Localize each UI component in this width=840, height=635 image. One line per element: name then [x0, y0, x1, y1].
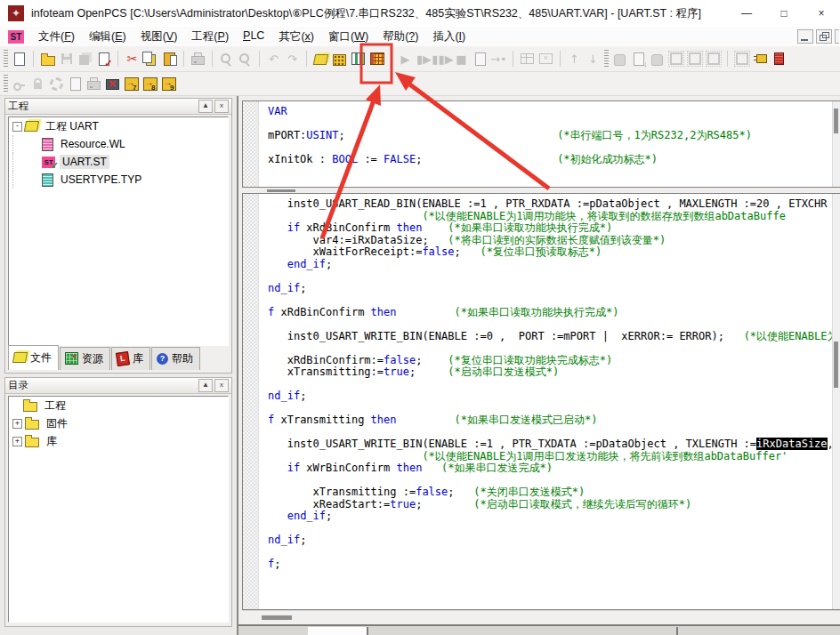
paste-button[interactable]: [160, 48, 179, 69]
menu-item[interactable]: 文件(F): [31, 28, 82, 46]
panel-collapse-button[interactable]: ▲: [198, 100, 213, 113]
menu-item[interactable]: 帮助(?): [376, 28, 425, 46]
transfer-9-button[interactable]: 9: [159, 73, 178, 94]
tree-item--uart[interactable]: -工程 UART: [9, 117, 228, 135]
scroll-thumb[interactable]: [834, 109, 838, 133]
transfer-7-button[interactable]: 7: [122, 73, 141, 94]
print-2-button[interactable]: [85, 73, 103, 94]
minimize-button[interactable]: —: [728, 0, 765, 27]
top-vertical-scrollbar[interactable]: [832, 101, 840, 187]
save-check-button[interactable]: [94, 48, 113, 69]
cut-button[interactable]: ✂: [123, 48, 141, 69]
mdi-restore-button[interactable]: [816, 29, 832, 44]
connect-key-button[interactable]: [10, 73, 28, 94]
print-button[interactable]: [189, 48, 207, 69]
panel-tab-文件[interactable]: 文件: [8, 345, 59, 370]
chip-config-button[interactable]: [732, 48, 751, 69]
panel-close-button[interactable]: x: [214, 379, 229, 392]
tree-item-usertype.typ[interactable]: USERTYPE.TYP: [9, 171, 228, 189]
tree-item-resource.wl[interactable]: Resource.WL: [9, 135, 228, 153]
menu-item[interactable]: 插入(I): [425, 28, 472, 46]
panel-tab-库[interactable]: L库: [111, 347, 150, 370]
new-file-button[interactable]: [10, 48, 28, 69]
save-all-button[interactable]: [76, 48, 94, 69]
close-button[interactable]: ×: [803, 0, 840, 27]
menu-item[interactable]: 编辑(E): [82, 28, 133, 46]
variable-code-area[interactable]: VARmPORT:USINT; (*串行端口号，1为RS232,2为RS485*…: [259, 101, 833, 187]
library-stack-button[interactable]: [311, 48, 330, 69]
go-button[interactable]: ▶: [396, 48, 415, 69]
doc-view-button[interactable]: [66, 73, 85, 94]
menu-item[interactable]: 视图(V): [133, 28, 185, 46]
move-up-button[interactable]: ↑: [565, 48, 584, 69]
hand-1-button[interactable]: [610, 48, 629, 69]
undo-button[interactable]: ↶: [264, 48, 283, 69]
variable-table-button[interactable]: [349, 48, 368, 69]
variable-declaration-pane[interactable]: VARmPORT:USINT; (*串行端口号，1为RS232,2为RS485*…: [242, 100, 840, 188]
code-line: [268, 270, 833, 283]
hardware-grid-button[interactable]: [330, 48, 349, 69]
app-icon: ✦: [8, 5, 24, 21]
open-file-button[interactable]: [38, 48, 57, 69]
panel-tab-资源[interactable]: 资源: [60, 347, 110, 370]
mdi-minimize-button[interactable]: [797, 29, 813, 44]
collapse-icon[interactable]: -: [12, 122, 22, 132]
st-code-area[interactable]: inst0_USART_READ_BIN(ENABLE :=1 , PTR_RX…: [259, 194, 833, 609]
code-pane[interactable]: inst0_USART_READ_BIN(ENABLE :=1 , PTR_RX…: [242, 193, 840, 610]
toolbar-grip[interactable]: [4, 75, 8, 92]
step-into-button[interactable]: ▮▶: [415, 48, 433, 69]
splitter-handle[interactable]: [267, 189, 295, 192]
stop-button[interactable]: ■: [452, 48, 471, 69]
window-grid-button[interactable]: [518, 48, 537, 69]
toolbar-separator: [259, 51, 260, 67]
zoom-out-button[interactable]: [236, 48, 254, 69]
scroll-thumb[interactable]: [834, 342, 838, 388]
horizontal-scrollbar[interactable]: [242, 610, 840, 624]
tab-label: 库: [133, 351, 143, 366]
tree-item--[interactable]: +库: [9, 432, 228, 450]
toolbar-grip[interactable]: [604, 50, 609, 68]
menu-item[interactable]: PLC: [236, 28, 271, 46]
window-cross-button[interactable]: ×: [537, 48, 555, 69]
menu-item[interactable]: 工程(P): [184, 28, 236, 46]
copy-button[interactable]: [141, 48, 160, 69]
chip-in-button[interactable]: [666, 48, 685, 69]
plug-button[interactable]: [751, 48, 770, 69]
chip-out-button[interactable]: [685, 48, 704, 69]
tree-item--[interactable]: 工程: [9, 397, 228, 414]
run-to-cursor-button[interactable]: →•: [489, 48, 508, 69]
network-error-button[interactable]: [103, 73, 122, 94]
tree-item-uart.st[interactable]: STUART.ST: [9, 153, 228, 171]
project-panel-title: 工程: [8, 100, 197, 113]
compile-button[interactable]: [368, 48, 386, 69]
scroll-thumb[interactable]: [262, 615, 292, 620]
stack-icon: [12, 352, 28, 363]
tree-item--[interactable]: +固件: [9, 414, 228, 432]
move-down-button[interactable]: ↓: [584, 48, 602, 69]
st-document-icon[interactable]: ST: [8, 30, 24, 44]
step-over-button[interactable]: ▮▮▶: [433, 48, 452, 69]
maximize-button[interactable]: □: [765, 0, 803, 27]
memory-card-button[interactable]: [770, 48, 788, 69]
redo-button[interactable]: ↷: [283, 48, 302, 69]
panel-collapse-button[interactable]: ▲: [198, 379, 213, 392]
save-button[interactable]: [57, 48, 76, 69]
chip-swap-button[interactable]: [704, 48, 723, 69]
mdi-close-button[interactable]: [835, 29, 839, 44]
view-doc-button[interactable]: [471, 48, 489, 69]
doc-download-button[interactable]: [629, 48, 648, 69]
menu-item[interactable]: 其它(x): [271, 28, 321, 46]
expand-icon[interactable]: +: [12, 419, 22, 429]
mdi-window-controls: [795, 29, 840, 44]
panel-close-button[interactable]: x: [214, 100, 229, 113]
zoom-in-button[interactable]: [217, 48, 236, 69]
lock-button[interactable]: [28, 73, 47, 94]
expand-icon[interactable]: +: [12, 437, 22, 446]
menu-item[interactable]: 窗口(W): [321, 28, 376, 46]
settings-gear-button[interactable]: [47, 73, 66, 94]
toolbar-grip[interactable]: [4, 50, 8, 68]
bottom-vertical-scrollbar[interactable]: [832, 194, 840, 609]
hand-2-button[interactable]: [648, 48, 666, 69]
transfer-8-button[interactable]: 8: [141, 73, 159, 94]
panel-tab-帮助[interactable]: ?帮助: [151, 347, 200, 370]
